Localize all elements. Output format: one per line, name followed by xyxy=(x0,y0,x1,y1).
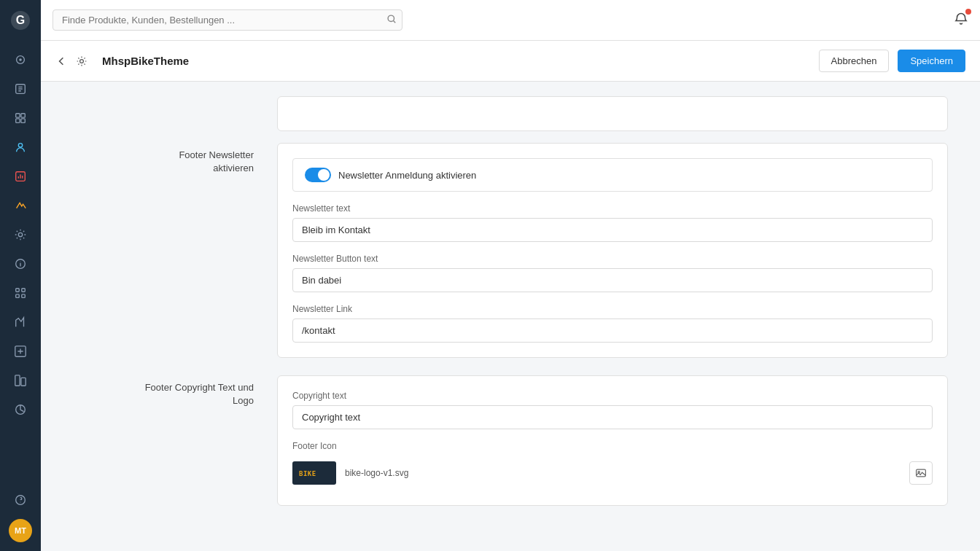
newsletter-section-label: Footer Newsletter aktivieren xyxy=(73,143,277,358)
copyright-section-card: Copyright text Footer Icon BIKE bike-log… xyxy=(277,375,948,506)
sidebar-item-analytics2[interactable] xyxy=(6,338,35,364)
sidebar-item-orders[interactable] xyxy=(6,76,35,102)
svg-text:G: G xyxy=(16,14,25,26)
svg-point-23 xyxy=(80,59,84,63)
copyright-text-input[interactable] xyxy=(292,405,933,429)
newsletter-button-text-label: Newsletter Button text xyxy=(292,254,933,264)
sidebar-item-home[interactable] xyxy=(6,47,35,73)
sidebar-item-analytics3[interactable] xyxy=(6,367,35,394)
svg-rect-6 xyxy=(21,114,25,117)
newsletter-toggle-label: Newsletter Anmeldung aktivieren xyxy=(338,170,476,181)
svg-rect-19 xyxy=(21,378,26,386)
toggle-knob xyxy=(318,169,330,181)
app-logo[interactable]: G xyxy=(0,0,41,41)
sidebar-nav xyxy=(6,41,35,487)
newsletter-link-group: Newsletter Link xyxy=(292,304,933,343)
svg-point-11 xyxy=(18,232,22,236)
sidebar-item-marketing[interactable] xyxy=(6,192,35,219)
footer-icon-group: Footer Icon BIKE bike-logo-v1.svg xyxy=(292,441,933,491)
user-avatar[interactable]: MT xyxy=(9,519,32,542)
sidebar-item-customers[interactable] xyxy=(6,134,35,160)
newsletter-toggle[interactable] xyxy=(305,168,331,182)
copyright-text-label: Copyright text xyxy=(292,391,933,401)
cancel-button[interactable]: Abbrechen xyxy=(819,50,890,72)
main-content: MhspBikeTheme Abbrechen Speichern Footer… xyxy=(41,0,980,551)
sidebar-item-reports[interactable] xyxy=(6,163,35,189)
partial-card xyxy=(277,96,948,131)
sidebar-item-apps[interactable] xyxy=(6,280,35,306)
svg-point-3 xyxy=(19,58,22,61)
copyright-section-row: Footer Copyright Text und Logo Copyright… xyxy=(58,375,962,506)
partial-section-label xyxy=(73,96,277,131)
sidebar-item-info[interactable] xyxy=(6,251,35,277)
newsletter-toggle-row: Newsletter Anmeldung aktivieren xyxy=(292,158,933,192)
save-button[interactable]: Speichern xyxy=(898,50,965,72)
svg-point-9 xyxy=(18,144,22,147)
notification-badge xyxy=(965,9,971,15)
sidebar-item-products[interactable] xyxy=(6,105,35,131)
newsletter-text-label: Newsletter text xyxy=(292,203,933,214)
sidebar-item-help[interactable] xyxy=(6,487,35,513)
newsletter-button-text-group: Newsletter Button text xyxy=(292,254,933,292)
svg-point-22 xyxy=(388,15,394,21)
footer-icon-label: Footer Icon xyxy=(292,441,933,451)
copyright-section-label: Footer Copyright Text und Logo xyxy=(73,375,277,506)
search-container xyxy=(52,9,402,31)
newsletter-button-text-input[interactable] xyxy=(292,268,933,292)
newsletter-text-group: Newsletter text xyxy=(292,203,933,242)
sidebar-item-analytics4[interactable] xyxy=(6,396,35,423)
svg-rect-14 xyxy=(22,289,26,292)
partial-section-row xyxy=(58,96,962,131)
svg-rect-7 xyxy=(16,119,20,122)
svg-rect-5 xyxy=(16,114,20,117)
newsletter-section-row: Footer Newsletter aktivieren Newsletter … xyxy=(58,143,962,358)
newsletter-link-input[interactable] xyxy=(292,319,933,343)
svg-rect-8 xyxy=(21,119,25,122)
svg-point-26 xyxy=(918,472,919,473)
copyright-text-group: Copyright text xyxy=(292,391,933,429)
search-input[interactable] xyxy=(52,9,402,31)
sidebar: G xyxy=(0,0,41,551)
sidebar-bottom: MT xyxy=(6,487,35,551)
svg-rect-18 xyxy=(15,375,20,386)
back-button[interactable] xyxy=(55,55,67,67)
svg-rect-16 xyxy=(22,294,26,298)
logo-filename: bike-logo-v1.svg xyxy=(345,468,901,478)
sidebar-item-settings[interactable] xyxy=(6,222,35,248)
svg-rect-13 xyxy=(16,289,20,292)
notification-bell[interactable] xyxy=(954,12,968,29)
logo-thumbnail: BIKE xyxy=(292,461,336,485)
svg-rect-25 xyxy=(917,469,926,477)
topbar-right xyxy=(954,12,968,29)
newsletter-section-card: Newsletter Anmeldung aktivieren Newslett… xyxy=(277,143,948,358)
svg-text:BIKE: BIKE xyxy=(299,470,316,477)
search-icon xyxy=(386,14,397,27)
page-title: MhspBikeTheme xyxy=(102,55,189,67)
footer-icon-row: BIKE bike-logo-v1.svg xyxy=(292,456,933,491)
replace-image-button[interactable] xyxy=(909,461,933,485)
newsletter-text-input[interactable] xyxy=(292,218,933,242)
topbar xyxy=(41,0,980,41)
page-content: Footer Newsletter aktivieren Newsletter … xyxy=(41,82,980,551)
sidebar-item-analytics1[interactable] xyxy=(6,309,35,335)
settings-gear-button[interactable] xyxy=(76,55,88,67)
newsletter-link-label: Newsletter Link xyxy=(292,304,933,314)
svg-rect-15 xyxy=(16,294,20,298)
subheader: MhspBikeTheme Abbrechen Speichern xyxy=(41,41,980,82)
